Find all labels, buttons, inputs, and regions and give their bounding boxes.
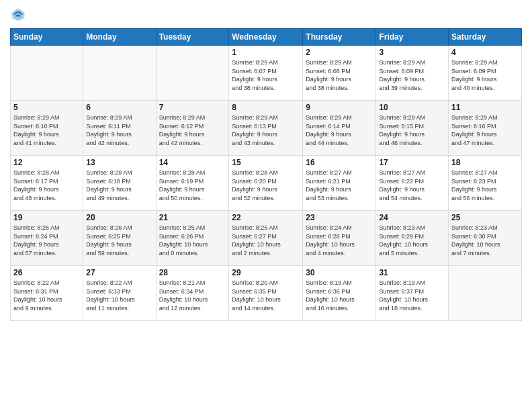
day-info: Sunrise: 8:29 AM Sunset: 6:13 PM Dayligh… xyxy=(232,113,300,147)
calendar-cell: 5Sunrise: 8:29 AM Sunset: 6:10 PM Daylig… xyxy=(11,101,83,156)
day-number: 16 xyxy=(306,158,373,167)
calendar-cell: 19Sunrise: 8:26 AM Sunset: 6:24 PM Dayli… xyxy=(11,211,83,266)
week-row-3: 19Sunrise: 8:26 AM Sunset: 6:24 PM Dayli… xyxy=(11,211,522,266)
day-info: Sunrise: 8:23 AM Sunset: 6:29 PM Dayligh… xyxy=(379,224,445,257)
calendar-cell: 20Sunrise: 8:26 AM Sunset: 6:25 PM Dayli… xyxy=(83,211,156,266)
day-number: 23 xyxy=(306,213,373,222)
calendar-cell: 13Sunrise: 8:28 AM Sunset: 6:18 PM Dayli… xyxy=(83,156,156,211)
day-number: 8 xyxy=(232,103,300,112)
weekday-header-sunday: Sunday xyxy=(11,29,83,46)
weekday-header-row: SundayMondayTuesdayWednesdayThursdayFrid… xyxy=(11,29,522,46)
calendar-cell: 7Sunrise: 8:29 AM Sunset: 6:12 PM Daylig… xyxy=(156,101,229,156)
day-info: Sunrise: 8:23 AM Sunset: 6:30 PM Dayligh… xyxy=(451,224,519,257)
day-info: Sunrise: 8:29 AM Sunset: 6:09 PM Dayligh… xyxy=(379,58,445,92)
day-number: 18 xyxy=(451,158,519,167)
day-info: Sunrise: 8:29 AM Sunset: 6:10 PM Dayligh… xyxy=(13,113,80,147)
calendar-cell: 16Sunrise: 8:27 AM Sunset: 6:21 PM Dayli… xyxy=(303,156,376,211)
calendar-cell: 25Sunrise: 8:23 AM Sunset: 6:30 PM Dayli… xyxy=(449,211,522,266)
calendar-cell: 27Sunrise: 8:22 AM Sunset: 6:33 PM Dayli… xyxy=(83,266,156,321)
week-row-2: 12Sunrise: 8:28 AM Sunset: 6:17 PM Dayli… xyxy=(11,156,522,211)
calendar-cell: 11Sunrise: 8:29 AM Sunset: 6:16 PM Dayli… xyxy=(449,101,522,156)
calendar-cell: 17Sunrise: 8:27 AM Sunset: 6:22 PM Dayli… xyxy=(376,156,449,211)
day-number: 24 xyxy=(379,213,445,222)
calendar-cell: 23Sunrise: 8:24 AM Sunset: 6:28 PM Dayli… xyxy=(303,211,376,266)
day-info: Sunrise: 8:28 AM Sunset: 6:19 PM Dayligh… xyxy=(159,169,226,202)
day-number: 28 xyxy=(159,268,226,277)
day-info: Sunrise: 8:29 AM Sunset: 6:15 PM Dayligh… xyxy=(379,113,445,147)
calendar-cell: 26Sunrise: 8:22 AM Sunset: 6:31 PM Dayli… xyxy=(11,266,83,321)
calendar-cell: 6Sunrise: 8:29 AM Sunset: 6:11 PM Daylig… xyxy=(83,101,156,156)
day-info: Sunrise: 8:22 AM Sunset: 6:31 PM Dayligh… xyxy=(13,279,80,312)
logo xyxy=(10,7,29,23)
day-info: Sunrise: 8:28 AM Sunset: 6:18 PM Dayligh… xyxy=(86,169,152,202)
calendar-cell: 30Sunrise: 8:19 AM Sunset: 6:36 PM Dayli… xyxy=(303,266,376,321)
day-number: 22 xyxy=(232,213,300,222)
day-info: Sunrise: 8:21 AM Sunset: 6:34 PM Dayligh… xyxy=(159,279,226,312)
calendar-cell: 18Sunrise: 8:27 AM Sunset: 6:23 PM Dayli… xyxy=(449,156,522,211)
day-info: Sunrise: 8:25 AM Sunset: 6:26 PM Dayligh… xyxy=(159,224,226,257)
weekday-header-friday: Friday xyxy=(376,29,449,46)
weekday-header-tuesday: Tuesday xyxy=(156,29,229,46)
calendar-cell: 4Sunrise: 8:29 AM Sunset: 6:09 PM Daylig… xyxy=(449,46,522,101)
header xyxy=(10,7,522,23)
calendar-cell: 10Sunrise: 8:29 AM Sunset: 6:15 PM Dayli… xyxy=(376,101,449,156)
calendar-cell: 1Sunrise: 8:29 AM Sunset: 6:07 PM Daylig… xyxy=(229,46,303,101)
day-number: 4 xyxy=(451,48,519,57)
weekday-header-saturday: Saturday xyxy=(449,29,522,46)
calendar-cell: 8Sunrise: 8:29 AM Sunset: 6:13 PM Daylig… xyxy=(229,101,303,156)
day-info: Sunrise: 8:26 AM Sunset: 6:25 PM Dayligh… xyxy=(86,224,152,257)
calendar-cell: 9Sunrise: 8:29 AM Sunset: 6:14 PM Daylig… xyxy=(303,101,376,156)
calendar-cell: 22Sunrise: 8:25 AM Sunset: 6:27 PM Dayli… xyxy=(229,211,303,266)
calendar-cell xyxy=(11,46,83,101)
day-number: 25 xyxy=(451,213,519,222)
calendar-cell: 3Sunrise: 8:29 AM Sunset: 6:09 PM Daylig… xyxy=(376,46,449,101)
calendar: SundayMondayTuesdayWednesdayThursdayFrid… xyxy=(10,28,522,321)
day-number: 17 xyxy=(379,158,445,167)
day-info: Sunrise: 8:24 AM Sunset: 6:28 PM Dayligh… xyxy=(306,224,373,257)
day-number: 5 xyxy=(13,103,80,112)
day-number: 12 xyxy=(13,158,80,167)
day-number: 14 xyxy=(159,158,226,167)
weekday-header-wednesday: Wednesday xyxy=(229,29,303,46)
calendar-cell: 28Sunrise: 8:21 AM Sunset: 6:34 PM Dayli… xyxy=(156,266,229,321)
week-row-1: 5Sunrise: 8:29 AM Sunset: 6:10 PM Daylig… xyxy=(11,101,522,156)
day-info: Sunrise: 8:28 AM Sunset: 6:20 PM Dayligh… xyxy=(232,169,300,202)
page: SundayMondayTuesdayWednesdayThursdayFrid… xyxy=(0,0,532,411)
day-number: 7 xyxy=(159,103,226,112)
day-info: Sunrise: 8:26 AM Sunset: 6:24 PM Dayligh… xyxy=(13,224,80,257)
day-info: Sunrise: 8:29 AM Sunset: 6:14 PM Dayligh… xyxy=(306,113,373,147)
day-number: 6 xyxy=(86,103,152,112)
day-info: Sunrise: 8:28 AM Sunset: 6:17 PM Dayligh… xyxy=(13,169,80,202)
calendar-cell xyxy=(156,46,229,101)
calendar-cell xyxy=(449,266,522,321)
day-number: 27 xyxy=(86,268,152,277)
calendar-cell: 24Sunrise: 8:23 AM Sunset: 6:29 PM Dayli… xyxy=(376,211,449,266)
day-number: 20 xyxy=(86,213,152,222)
day-number: 19 xyxy=(13,213,80,222)
calendar-cell: 2Sunrise: 8:29 AM Sunset: 6:08 PM Daylig… xyxy=(303,46,376,101)
calendar-cell: 21Sunrise: 8:25 AM Sunset: 6:26 PM Dayli… xyxy=(156,211,229,266)
day-info: Sunrise: 8:19 AM Sunset: 6:36 PM Dayligh… xyxy=(306,279,373,312)
day-number: 11 xyxy=(451,103,519,112)
calendar-cell: 31Sunrise: 8:19 AM Sunset: 6:37 PM Dayli… xyxy=(376,266,449,321)
day-number: 31 xyxy=(379,268,445,277)
day-info: Sunrise: 8:29 AM Sunset: 6:08 PM Dayligh… xyxy=(306,58,373,92)
day-info: Sunrise: 8:19 AM Sunset: 6:37 PM Dayligh… xyxy=(379,279,445,312)
day-number: 26 xyxy=(13,268,80,277)
week-row-4: 26Sunrise: 8:22 AM Sunset: 6:31 PM Dayli… xyxy=(11,266,522,321)
day-info: Sunrise: 8:29 AM Sunset: 6:11 PM Dayligh… xyxy=(86,113,152,147)
day-number: 15 xyxy=(232,158,300,167)
day-info: Sunrise: 8:27 AM Sunset: 6:22 PM Dayligh… xyxy=(379,169,445,202)
day-info: Sunrise: 8:29 AM Sunset: 6:12 PM Dayligh… xyxy=(159,113,226,147)
calendar-cell: 15Sunrise: 8:28 AM Sunset: 6:20 PM Dayli… xyxy=(229,156,303,211)
day-info: Sunrise: 8:27 AM Sunset: 6:23 PM Dayligh… xyxy=(451,169,519,202)
week-row-0: 1Sunrise: 8:29 AM Sunset: 6:07 PM Daylig… xyxy=(11,46,522,101)
day-info: Sunrise: 8:27 AM Sunset: 6:21 PM Dayligh… xyxy=(306,169,373,202)
day-info: Sunrise: 8:20 AM Sunset: 6:35 PM Dayligh… xyxy=(232,279,300,312)
day-number: 10 xyxy=(379,103,445,112)
day-number: 29 xyxy=(232,268,300,277)
calendar-cell: 29Sunrise: 8:20 AM Sunset: 6:35 PM Dayli… xyxy=(229,266,303,321)
day-number: 13 xyxy=(86,158,152,167)
day-info: Sunrise: 8:29 AM Sunset: 6:09 PM Dayligh… xyxy=(451,58,519,92)
day-number: 21 xyxy=(159,213,226,222)
